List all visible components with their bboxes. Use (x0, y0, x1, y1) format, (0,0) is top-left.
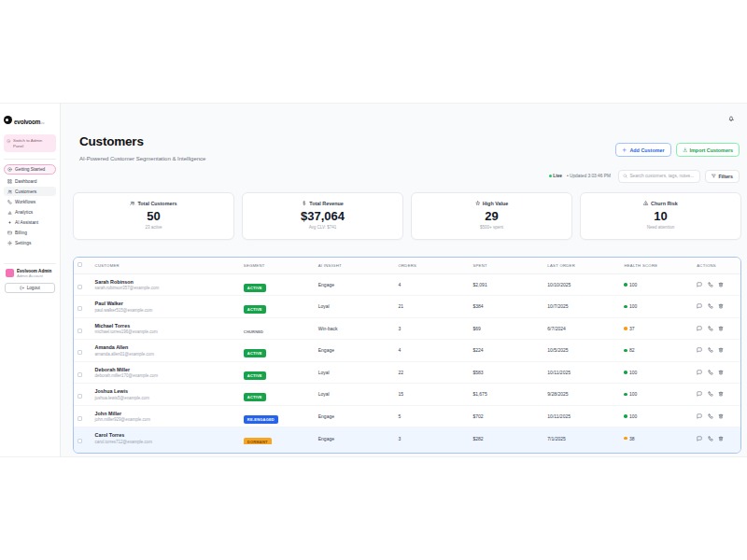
health-value: 82 (629, 347, 635, 353)
analytics-icon (7, 210, 12, 215)
trash-icon[interactable] (718, 413, 724, 419)
sidebar-item-ai-assistant[interactable]: AI Assistant (4, 217, 56, 228)
health-value: 100 (629, 282, 637, 287)
trash-icon[interactable] (718, 436, 724, 441)
sidebar-item-dashboard[interactable]: Dashboard (4, 176, 56, 187)
sidebar-item-customers[interactable]: Customers (4, 187, 56, 197)
import-customers-label: Import Customers (690, 147, 733, 153)
sidebar-item-billing[interactable]: Billing (4, 228, 56, 238)
import-icon (683, 147, 688, 153)
import-customers-button[interactable]: Import Customers (676, 143, 740, 157)
filters-button[interactable]: Filters (705, 170, 740, 183)
table-row[interactable]: Michael Torres michael.torres196@example… (74, 317, 740, 340)
settings-icon (7, 241, 12, 245)
segment-badge: ACTIVE (244, 371, 266, 380)
table-row[interactable]: Sarah Robinson sarah.robinson357@example… (74, 273, 740, 296)
health-score: 100 (624, 391, 689, 397)
avatar (6, 269, 14, 277)
row-checkbox[interactable] (78, 350, 82, 355)
table-row[interactable]: Amanda Allen amanda.allen01@example.com … (74, 340, 740, 362)
row-checkbox[interactable] (78, 439, 82, 443)
trash-icon[interactable] (718, 347, 724, 353)
table-row[interactable]: Deborah Miller deborah.miller170@example… (74, 361, 740, 384)
trash-icon[interactable] (718, 326, 724, 331)
trash-icon[interactable] (718, 282, 724, 287)
live-status: Live (549, 174, 562, 178)
customer-name: John Miller (95, 411, 236, 416)
orders-count: 5 (394, 405, 469, 427)
row-checkbox[interactable] (78, 306, 82, 311)
phone-icon[interactable] (708, 347, 713, 353)
chat-icon[interactable] (697, 413, 702, 419)
billing-icon (7, 231, 12, 235)
phone-icon[interactable] (708, 413, 713, 419)
customer-email: michael.torres196@example.com (95, 329, 236, 334)
chat-icon[interactable] (697, 391, 702, 397)
search-box[interactable] (618, 170, 700, 183)
user-profile[interactable]: Evolvoom Admin Admin Account (4, 269, 56, 278)
row-checkbox[interactable] (78, 394, 82, 399)
health-score: 38 (624, 436, 689, 441)
funnel-icon (712, 174, 716, 178)
add-customer-button[interactable]: Add Customer (615, 143, 670, 157)
chat-icon[interactable] (697, 282, 702, 287)
target-icon (7, 167, 12, 172)
chat-icon[interactable] (697, 436, 702, 441)
trash-icon[interactable] (718, 391, 724, 397)
stat-subtext: $500+ spent (412, 225, 571, 230)
table-row[interactable]: Joshua Lewis joshua.lewis5@example.com A… (74, 384, 740, 406)
customer-email: carol.torres712@example.com (95, 440, 236, 444)
stat-value: 10 (581, 209, 740, 223)
orders-count: 15 (394, 384, 469, 406)
table-row[interactable]: Carol Torres carol.torres712@example.com… (74, 427, 740, 450)
search-input[interactable] (629, 174, 696, 178)
customer-email: joshua.lewis5@example.com (95, 396, 236, 400)
stat-value: 29 (412, 209, 571, 223)
chat-icon[interactable] (697, 303, 702, 309)
chat-icon[interactable] (697, 347, 702, 353)
column-header-last-order: Last Order (543, 258, 620, 273)
sidebar-item-getting-started[interactable]: Getting Started (4, 164, 56, 175)
table-row[interactable]: Paul Walker paul.walker515@example.com A… (74, 296, 740, 318)
row-checkbox[interactable] (78, 416, 82, 421)
bell-icon[interactable] (727, 115, 735, 122)
row-checkbox[interactable] (78, 285, 82, 289)
health-dot-icon (624, 371, 627, 374)
table-row[interactable]: John Miller john.miller929@example.com R… (74, 405, 740, 427)
phone-icon[interactable] (708, 436, 713, 441)
select-all-checkbox[interactable] (78, 262, 82, 267)
column-header-segment: Segment (240, 258, 315, 273)
stat-subtext: 23 active (74, 225, 233, 230)
last-order-date: 7/1/2025 (543, 427, 620, 450)
stat-value: $37,064 (243, 209, 402, 223)
ai-insight: Engage (315, 405, 395, 427)
switch-admin-button[interactable]: Switch to Admin Panel (4, 134, 56, 152)
row-checkbox[interactable] (78, 372, 82, 377)
phone-icon[interactable] (708, 303, 713, 309)
row-checkbox[interactable] (78, 329, 82, 333)
customers-icon (7, 189, 12, 194)
chat-icon[interactable] (697, 326, 702, 331)
phone-icon[interactable] (708, 391, 713, 397)
sidebar-item-settings[interactable]: Settings (4, 238, 56, 248)
warning-icon (643, 201, 649, 206)
health-score: 100 (624, 370, 689, 375)
ai-insight: Engage (315, 273, 395, 296)
phone-icon[interactable] (708, 282, 713, 287)
dashboard-icon (7, 179, 12, 184)
phone-icon[interactable] (708, 326, 713, 331)
column-header-customer: Customer (92, 258, 240, 273)
logout-button[interactable]: Logout (5, 283, 55, 293)
dollar-icon (302, 201, 307, 206)
sidebar-item-label: AI Assistant (15, 220, 38, 225)
people-icon (130, 201, 135, 206)
trash-icon[interactable] (718, 303, 724, 309)
trash-icon[interactable] (718, 370, 724, 375)
sidebar-item-workflows[interactable]: Workflows (4, 197, 56, 207)
customers-table: CustomerSegmentAI InsightOrdersSpentLast… (74, 258, 740, 449)
customer-email: sarah.robinson357@example.com (95, 286, 236, 290)
phone-icon[interactable] (708, 370, 713, 375)
app-window: evolvoom.io Switch to Admin Panel Gettin… (0, 103, 747, 457)
chat-icon[interactable] (697, 370, 702, 375)
sidebar-item-analytics[interactable]: Analytics (4, 207, 56, 217)
